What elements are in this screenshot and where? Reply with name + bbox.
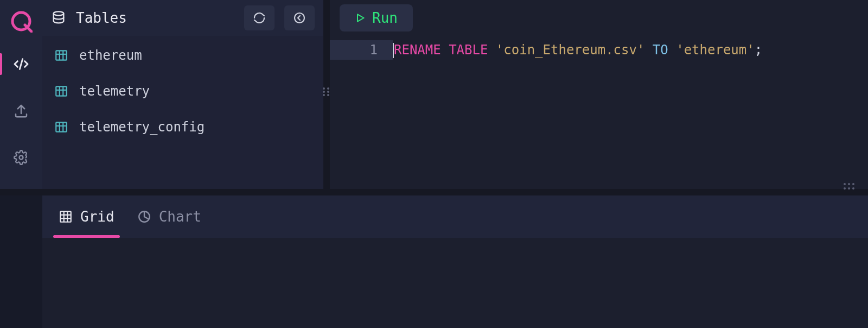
table-icon [54, 84, 68, 98]
svg-point-6 [295, 13, 304, 23]
tab-label: Chart [159, 209, 201, 225]
rail-editor[interactable] [0, 49, 42, 79]
line-number: 1 [330, 40, 393, 60]
svg-point-30 [848, 187, 850, 190]
svg-point-21 [323, 91, 325, 93]
tables-title: Tables [76, 10, 234, 26]
editor-resize-handle[interactable] [843, 182, 855, 190]
rail-import[interactable] [0, 96, 42, 126]
svg-marker-25 [358, 14, 364, 21]
table-list: ethereum telemetry telemetry_config [42, 36, 323, 189]
tab-chart[interactable]: Chart [137, 195, 201, 238]
table-icon [54, 48, 68, 62]
svg-point-5 [54, 11, 64, 15]
svg-point-4 [20, 156, 23, 160]
grid-icon [59, 210, 73, 224]
line-gutter: 1 [330, 36, 393, 189]
panel-resize-handle[interactable] [322, 87, 330, 97]
table-name: telemetry [79, 84, 150, 99]
run-button[interactable]: Run [340, 4, 413, 31]
svg-rect-11 [56, 86, 67, 96]
svg-rect-15 [56, 122, 67, 131]
bottom-gutter [0, 195, 42, 328]
svg-point-28 [852, 183, 854, 185]
svg-point-24 [327, 94, 329, 96]
results-area: Grid Chart [0, 189, 868, 328]
tables-header: Tables [42, 0, 323, 36]
svg-point-29 [844, 187, 846, 190]
editor-toolbar: Run [330, 0, 868, 36]
table-icon [54, 120, 68, 134]
svg-point-22 [327, 91, 329, 93]
table-item-telemetry-config[interactable]: telemetry_config [48, 114, 318, 140]
tab-grid[interactable]: Grid [59, 195, 114, 238]
code-content[interactable]: RENAME TABLE 'coin_Ethereum.csv' TO 'eth… [393, 36, 868, 189]
svg-point-23 [323, 94, 325, 96]
chart-icon [137, 210, 151, 224]
svg-point-26 [844, 183, 846, 185]
rail-settings[interactable] [0, 142, 42, 173]
database-icon [51, 10, 66, 26]
tab-label: Grid [80, 209, 114, 225]
run-label: Run [372, 10, 398, 26]
left-rail [0, 0, 42, 189]
svg-line-2 [20, 59, 22, 70]
table-item-telemetry[interactable]: telemetry [48, 78, 318, 104]
play-icon [355, 12, 366, 23]
result-tabs: Grid Chart [42, 195, 868, 238]
svg-point-27 [848, 183, 850, 185]
table-name: telemetry_config [79, 119, 205, 135]
tables-panel: Tables ethereum [42, 0, 324, 189]
svg-rect-32 [60, 211, 71, 222]
svg-point-31 [852, 187, 854, 190]
app-logo [10, 10, 33, 33]
table-item-ethereum[interactable]: ethereum [48, 42, 318, 68]
collapse-button[interactable] [284, 5, 315, 30]
result-pane [42, 238, 868, 328]
code-editor[interactable]: 1 RENAME TABLE 'coin_Ethereum.csv' TO 'e… [330, 36, 868, 189]
svg-rect-7 [56, 51, 67, 60]
table-name: ethereum [79, 48, 142, 63]
svg-point-19 [323, 87, 325, 90]
refresh-button[interactable] [244, 5, 275, 30]
svg-point-20 [327, 87, 329, 90]
editor-column: Run 1 RENAME TABLE 'coin_Ethereum.csv' T… [324, 0, 868, 189]
